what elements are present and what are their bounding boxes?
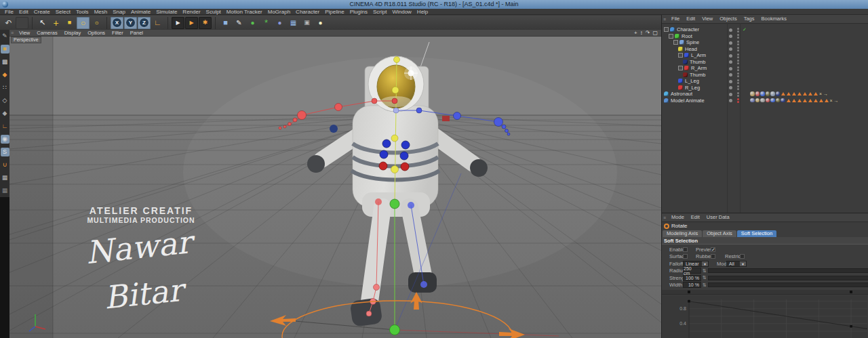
solo-mode-button[interactable]: ◉	[1, 135, 9, 144]
render-visibility-dot[interactable]	[729, 41, 732, 45]
rotate-tool[interactable]: ○	[77, 17, 90, 29]
render-visibility-dot[interactable]	[729, 28, 732, 32]
menu-mograph[interactable]: MoGraph	[265, 9, 293, 15]
radius-field[interactable]: 250 cm	[683, 268, 701, 274]
render-visibility-dot[interactable]	[729, 35, 732, 38]
om-menu-view[interactable]: View	[698, 15, 716, 23]
last-used-tool[interactable]: ○	[90, 17, 103, 29]
falloff-curve-container[interactable]: 0.80.40.00.10.20.30.40.5	[662, 295, 868, 338]
attribute-manager-handle-icon[interactable]: ≡	[663, 215, 666, 220]
tag-close-icon[interactable]: ×	[830, 98, 833, 103]
menu-animate[interactable]: Animate	[128, 9, 153, 15]
curve-knot-right[interactable]	[850, 291, 852, 293]
menu-tools[interactable]: Tools	[73, 9, 92, 15]
rotate-view-button[interactable]: ↷	[644, 30, 652, 36]
surface-checkbox[interactable]	[683, 254, 688, 259]
visibility-toggles[interactable]	[737, 85, 739, 91]
fold-toggle-icon[interactable]	[673, 40, 678, 45]
toggle-view-button[interactable]: ▢	[651, 30, 659, 36]
menu-select[interactable]: Select	[53, 9, 73, 15]
render-visibility-dot[interactable]	[729, 54, 732, 58]
menu-create[interactable]: Create	[31, 9, 53, 15]
object-row-thumb[interactable]: Thumb	[662, 72, 868, 79]
menu-snap[interactable]: Snap	[110, 9, 128, 15]
viewport-menu-filter[interactable]: Filter	[108, 30, 127, 36]
material-tag[interactable]	[776, 98, 781, 103]
visibility-toggles[interactable]	[737, 79, 739, 85]
material-tag[interactable]	[750, 91, 755, 96]
object-row-head[interactable]: Head	[662, 46, 868, 53]
object-row-character[interactable]: Character✓	[662, 26, 868, 33]
redo-button[interactable]	[16, 17, 28, 29]
menu-motion-tracker[interactable]: Motion Tracker	[224, 9, 265, 15]
undo-button[interactable]: ↶	[2, 17, 15, 29]
tab-soft-selection[interactable]: Soft Selection	[737, 230, 776, 237]
weight-tag-icon[interactable]	[781, 92, 785, 96]
snap-button[interactable]: S	[1, 148, 9, 156]
coordinate-system-toggle[interactable]: ∟	[151, 17, 164, 29]
material-tag[interactable]	[755, 98, 760, 103]
rig-right-hip-control[interactable]	[408, 202, 414, 209]
workplane-mode-button[interactable]: ◆	[1, 70, 9, 79]
render-visibility-dot[interactable]	[729, 99, 732, 102]
visibility-toggles[interactable]	[737, 92, 739, 98]
fold-toggle-icon[interactable]	[678, 53, 683, 58]
viewport-3d[interactable]: ≡ ViewCamerasDisplayOptionsFilterPanel +…	[9, 30, 661, 338]
zoom-view-button[interactable]: ↕	[639, 30, 644, 36]
render-visibility-dot[interactable]	[729, 86, 732, 89]
environment-menu[interactable]: ●	[273, 17, 286, 29]
weight-tag-icon[interactable]	[797, 92, 802, 96]
fold-toggle-icon[interactable]	[669, 34, 673, 39]
rubber-checkbox[interactable]	[711, 254, 715, 259]
visibility-toggles[interactable]	[737, 72, 739, 78]
om-menu-edit[interactable]: Edit	[683, 15, 698, 23]
workplane-grid-button[interactable]: ▦	[1, 173, 9, 182]
axis-z-toggle[interactable]: Z	[138, 17, 151, 29]
magnet-button[interactable]: ∪	[1, 161, 9, 169]
polygons-mode-button[interactable]: ◆	[1, 109, 9, 118]
tag-arrow-icon[interactable]: →	[834, 98, 839, 103]
rig-head-control[interactable]	[393, 108, 399, 113]
object-manager-handle-icon[interactable]: ≡	[663, 17, 666, 22]
rig-neck-control[interactable]	[392, 98, 397, 104]
visibility-toggles[interactable]	[737, 47, 739, 52]
visibility-toggles[interactable]	[737, 98, 739, 104]
render-settings-button[interactable]: ✱	[199, 17, 212, 29]
rig-pelvis-control[interactable]	[390, 199, 399, 209]
material-tag[interactable]	[760, 91, 765, 96]
render-visibility-dot[interactable]	[729, 47, 732, 51]
light-menu[interactable]: ●	[314, 17, 327, 29]
material-tag[interactable]	[760, 98, 765, 103]
fold-toggle-icon[interactable]	[664, 27, 669, 32]
make-editable-button[interactable]: ✎	[1, 32, 9, 41]
radius-slider[interactable]	[708, 268, 868, 273]
object-row-r-leg[interactable]: R_Leg	[662, 85, 868, 91]
menu-plugins[interactable]: Plugins	[347, 9, 370, 15]
weight-tag-icon[interactable]	[797, 99, 802, 102]
rig-left-hip-control[interactable]	[375, 198, 382, 205]
am-menu-mode[interactable]: Mode	[668, 213, 688, 221]
menu-sculpt[interactable]: Sculpt	[203, 9, 224, 15]
weight-tag-icon[interactable]	[792, 92, 796, 96]
subdivision-surface-menu[interactable]: ●	[246, 17, 259, 29]
menu-mesh[interactable]: Mesh	[92, 9, 111, 15]
menu-simulate[interactable]: Simulate	[153, 9, 180, 15]
viewport-menu-display[interactable]: Display	[61, 30, 85, 36]
weight-tag-icon[interactable]	[814, 99, 818, 102]
object-row-root[interactable]: Root	[662, 33, 868, 40]
material-tag[interactable]	[755, 91, 760, 96]
camera-label[interactable]: Perspective	[11, 37, 41, 43]
mode-dropdown[interactable]: All ▾	[726, 261, 747, 267]
menu-pipeline[interactable]: Pipeline	[322, 9, 347, 15]
radius-stepper[interactable]: ⇅	[703, 268, 707, 274]
menu-edit[interactable]: Edit	[16, 9, 31, 15]
object-row-model-animate[interactable]: Model Animate×→	[662, 98, 868, 104]
edges-mode-button[interactable]: ◇	[1, 96, 9, 105]
viewport-menu-panel[interactable]: Panel	[127, 30, 146, 36]
strength-field[interactable]: 100 %	[683, 275, 701, 281]
visibility-toggles[interactable]	[737, 54, 739, 59]
weight-tag-icon[interactable]	[808, 99, 812, 102]
object-row-r-arm[interactable]: R_Arm	[662, 65, 868, 72]
material-tag[interactable]	[776, 91, 781, 96]
render-visibility-dot[interactable]	[729, 73, 732, 77]
